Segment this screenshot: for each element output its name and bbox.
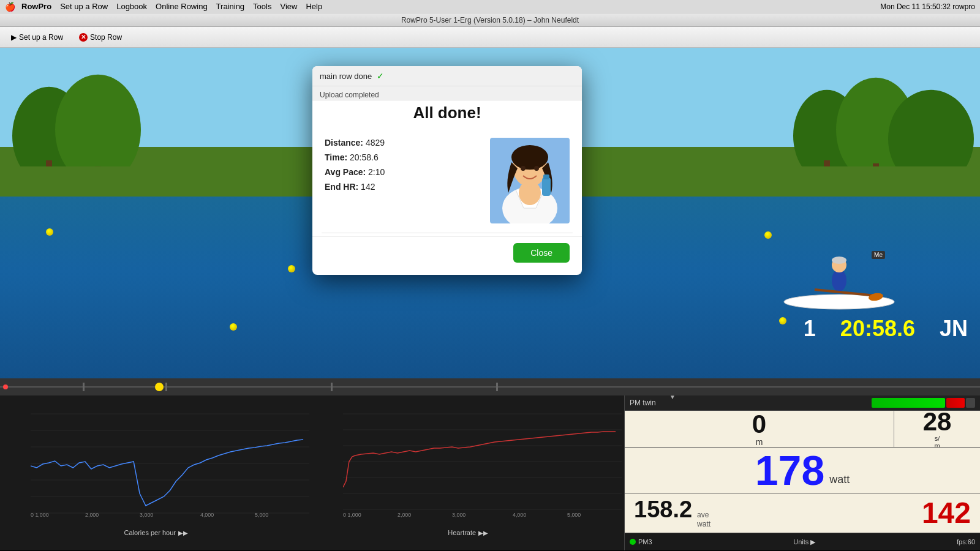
modal-title: All done! <box>312 100 582 129</box>
pm-spm-display: 28 s/m <box>894 411 980 447</box>
heartrate-chart: 160 140 120 100 80 60 40 0 1,000 2,000 3… <box>343 402 622 518</box>
pm-spm-value: 28 <box>923 409 952 435</box>
chevron-right-icon: ▶▶ <box>178 530 188 536</box>
svg-text:3,000: 3,000 <box>140 512 153 518</box>
modal-footer: Close <box>312 236 582 275</box>
modal-dialog: main row done ✓ Upload completed All don… <box>312 66 582 275</box>
svg-rect-36 <box>343 402 622 518</box>
pm3-label: PM3 <box>630 538 652 545</box>
pm-ave-label: avewatt <box>697 511 710 528</box>
buoy <box>764 231 772 239</box>
menu-help[interactable]: Help <box>306 2 322 11</box>
close-button[interactable]: Close <box>513 243 570 263</box>
heartrate-chart-wrapper: 160 140 120 100 80 60 40 0 1,000 2,000 3… <box>312 399 625 527</box>
calories-chart-wrapper: 1,100 1,000 900 800 700 600 500 0 1,000 … <box>0 399 312 527</box>
pm-watt-unit: watt <box>829 473 850 486</box>
svg-text:5,000: 5,000 <box>255 512 268 518</box>
toolbar: ▶ Set up a Row ✕ Stop Row <box>0 27 980 48</box>
title-bar: RowPro 5-User 1-Erg (Version 5.0.18) – J… <box>0 13 980 27</box>
pm-hr-value: 142 <box>922 498 971 528</box>
menu-logbook[interactable]: Logbook <box>116 2 147 11</box>
menu-app-name[interactable]: RowPro <box>21 2 51 11</box>
pm-distance-value: 0 <box>752 411 766 437</box>
chart-container: 1,100 1,000 900 800 700 600 500 0 1,000 … <box>0 399 625 527</box>
svg-point-13 <box>832 257 846 264</box>
menu-setup-row[interactable]: Set up a Row <box>60 2 108 11</box>
pm3-dot <box>630 539 636 545</box>
pm-ave-display: 158.2 avewatt <box>634 498 710 528</box>
progress-track: ▼ ▼ ▼ <box>0 378 980 395</box>
setup-row-button[interactable]: ▶ Set up a Row <box>6 32 68 43</box>
heartrate-chart-label: Heartrate ▶▶ <box>312 529 625 536</box>
pm-panel: PM twin 0 m 28 s/m <box>625 395 980 550</box>
calories-chart: 1,100 1,000 900 800 700 600 500 0 1,000 … <box>31 402 309 518</box>
calories-chart-label: Calories per hour ▶▶ <box>0 529 312 536</box>
race-position: 1 <box>804 316 816 342</box>
buoy <box>288 265 295 272</box>
race-info: 1 20:58.6 JN <box>0 316 980 342</box>
svg-point-61 <box>521 166 526 171</box>
stop-row-button[interactable]: ✕ Stop Row <box>74 32 127 43</box>
pm-top-row: 0 m 28 s/m <box>625 411 980 448</box>
charts-panel: 1,100 1,000 900 800 700 600 500 0 1,000 … <box>0 395 625 550</box>
svg-text:4,000: 4,000 <box>200 512 214 518</box>
modal-body: Distance: 4829 Time: 20:58.6 Avg Pace: 2… <box>312 129 582 233</box>
pm-bar-red <box>946 398 965 408</box>
svg-text:4,000: 4,000 <box>513 512 526 518</box>
buoy <box>46 228 53 236</box>
svg-rect-64 <box>543 174 549 179</box>
pm-title: PM twin <box>630 399 656 407</box>
menu-bar: 🍎 RowPro Set up a Row Logbook Online Row… <box>0 0 980 13</box>
menu-tools[interactable]: Tools <box>253 2 271 11</box>
menu-view[interactable]: View <box>280 2 297 11</box>
svg-text:0 1,000: 0 1,000 <box>31 512 49 518</box>
pm-ave-hr-row: 158.2 avewatt 142 <box>625 493 980 533</box>
svg-point-60 <box>511 145 548 170</box>
check-icon: ✓ <box>377 71 384 81</box>
pm-watt-row: 178 watt <box>625 448 980 493</box>
stop-icon: ✕ <box>79 33 88 42</box>
menu-right: Mon Dec 11 15:50:32 rowpro <box>880 2 975 11</box>
bottom-panels: 1,100 1,000 900 800 700 600 500 0 1,000 … <box>0 395 980 550</box>
upload-text: Upload completed <box>320 91 379 99</box>
race-time: 20:58.6 <box>840 316 915 342</box>
stat-avg-pace: Avg Pace: 2:10 <box>325 167 478 177</box>
svg-text:0 1,000: 0 1,000 <box>343 512 361 518</box>
arrow-right-icon: ▶ <box>11 33 17 42</box>
menu-datetime: Mon Dec 11 15:50:32 rowpro <box>880 2 975 11</box>
track-line <box>0 386 980 388</box>
all-done-text: All done! <box>413 103 481 122</box>
pm-metrics: 0 m 28 s/m 178 watt 158.2 <box>625 411 980 550</box>
pm-distance-display: 0 m <box>625 411 894 447</box>
pm-ave-watt-value: 158.2 <box>634 498 692 521</box>
modal-stats: Distance: 4829 Time: 20:58.6 Avg Pace: 2… <box>325 138 478 223</box>
svg-text:5,000: 5,000 <box>567 512 581 518</box>
svg-rect-63 <box>542 178 551 196</box>
pm-spm-unit: s/m <box>934 435 940 449</box>
apple-menu[interactable]: 🍎 <box>5 2 15 12</box>
menu-online-rowing[interactable]: Online Rowing <box>156 2 208 11</box>
stat-distance: Distance: 4829 <box>325 138 478 148</box>
fps-display: fps:60 <box>957 538 975 545</box>
menu-training[interactable]: Training <box>216 2 244 11</box>
modal-topbar: main row done ✓ <box>312 66 582 86</box>
svg-rect-16 <box>31 402 309 518</box>
pm-footer: PM3 Units ▶ fps:60 <box>625 533 980 550</box>
main-content: Me 1 20:58.6 JN ▼ ▼ ▼ <box>0 48 980 551</box>
me-label: Me <box>872 251 885 259</box>
window-title: RowPro 5-User 1-Erg (Version 5.0.18) – J… <box>401 16 579 24</box>
pm-bar-dark <box>966 398 975 408</box>
pm-watt-value: 178 <box>755 449 824 491</box>
units-button[interactable]: Units ▶ <box>793 538 815 546</box>
svg-point-11 <box>832 269 846 291</box>
modal-status-text: main row done <box>320 72 372 81</box>
stat-time: Time: 20:58.6 <box>325 152 478 162</box>
svg-text:2,000: 2,000 <box>398 512 411 518</box>
chevron-right-icon-2: ▶▶ <box>478 530 488 536</box>
race-name: JN <box>940 316 968 342</box>
svg-text:3,000: 3,000 <box>452 512 466 518</box>
pm-distance-unit: m <box>756 437 763 447</box>
modal-person-image <box>490 138 570 223</box>
stat-end-hr: End HR: 142 <box>325 182 478 192</box>
svg-point-62 <box>534 166 539 171</box>
